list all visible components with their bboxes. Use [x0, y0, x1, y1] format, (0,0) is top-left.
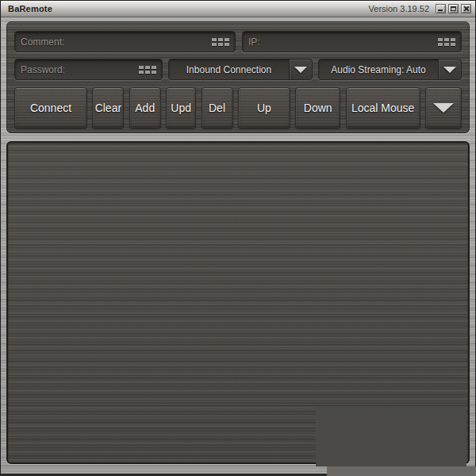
key-dot — [444, 38, 449, 41]
key-dot — [145, 66, 150, 69]
app-window: BaRemote Version 3.19.52 Comment: IP — [0, 0, 476, 476]
ip-placeholder: IP: — [248, 36, 260, 48]
minimize-icon — [438, 10, 443, 11]
key-dot — [218, 38, 223, 41]
password-options-row: Password: Inbound Connection Audio Strea… — [14, 59, 462, 80]
overlay-strip-fragment — [327, 466, 476, 476]
key-dot — [225, 43, 229, 46]
version-label: Version 3.19.52 — [369, 4, 429, 13]
key-dot — [218, 43, 223, 46]
key-dot — [139, 71, 144, 74]
key-dot — [444, 43, 449, 46]
connect-button[interactable]: Connect — [14, 87, 87, 129]
key-dot — [438, 43, 443, 46]
key-dot — [145, 71, 150, 74]
connection-mode-dropdown[interactable]: Inbound Connection — [168, 59, 313, 80]
down-button[interactable]: Down — [295, 87, 340, 129]
add-button[interactable]: Add — [129, 87, 161, 129]
dropdown-arrow-segment[interactable] — [438, 60, 461, 79]
close-button[interactable] — [461, 4, 471, 13]
key-dot — [225, 38, 229, 41]
more-options-button[interactable] — [425, 87, 462, 129]
action-button-row: Connect Clear Add Upd Del Up Down Local … — [14, 87, 462, 129]
key-dot — [451, 43, 455, 46]
audio-streaming-value: Audio Streaming: Auto — [319, 60, 438, 79]
titlebar[interactable]: BaRemote Version 3.19.52 — [1, 1, 475, 17]
clear-button[interactable]: Clear — [92, 87, 124, 129]
comment-ip-row: Comment: IP: — [14, 31, 462, 52]
ip-input[interactable]: IP: — [242, 31, 462, 52]
maximize-icon — [451, 6, 456, 11]
keyboard-icon[interactable] — [139, 66, 156, 74]
maximize-button[interactable] — [448, 4, 459, 13]
password-input[interactable]: Password: — [14, 59, 163, 80]
comment-input[interactable]: Comment: — [14, 31, 236, 52]
minimize-button[interactable] — [436, 4, 446, 13]
key-dot — [212, 43, 217, 46]
del-button[interactable]: Del — [202, 87, 233, 129]
connection-mode-value: Inbound Connection — [169, 60, 289, 79]
window-title: BaRemote — [1, 4, 52, 13]
comment-placeholder: Comment: — [21, 36, 64, 48]
local-mouse-button[interactable]: Local Mouse — [346, 87, 420, 129]
key-dot — [438, 38, 443, 41]
key-dot — [451, 38, 455, 41]
dropdown-arrow-segment[interactable] — [289, 60, 312, 79]
upd-button[interactable]: Upd — [166, 87, 196, 129]
password-placeholder: Password: — [21, 64, 65, 75]
dropdown-arrow-icon — [433, 103, 454, 113]
overlay-window-fragment — [316, 407, 466, 466]
keyboard-icon[interactable] — [212, 38, 229, 46]
chevron-down-icon — [443, 67, 456, 73]
keyboard-icon[interactable] — [438, 38, 455, 46]
control-panel: Comment: IP: Password: Inbound Conne — [6, 21, 470, 133]
up-button[interactable]: Up — [238, 87, 290, 129]
close-icon — [463, 6, 470, 12]
chevron-down-icon — [294, 67, 307, 73]
audio-streaming-dropdown[interactable]: Audio Streaming: Auto — [318, 59, 462, 80]
key-dot — [139, 66, 144, 69]
titlebar-controls: Version 3.19.52 — [369, 4, 475, 13]
key-dot — [152, 71, 156, 74]
key-dot — [152, 66, 156, 69]
key-dot — [212, 38, 217, 41]
